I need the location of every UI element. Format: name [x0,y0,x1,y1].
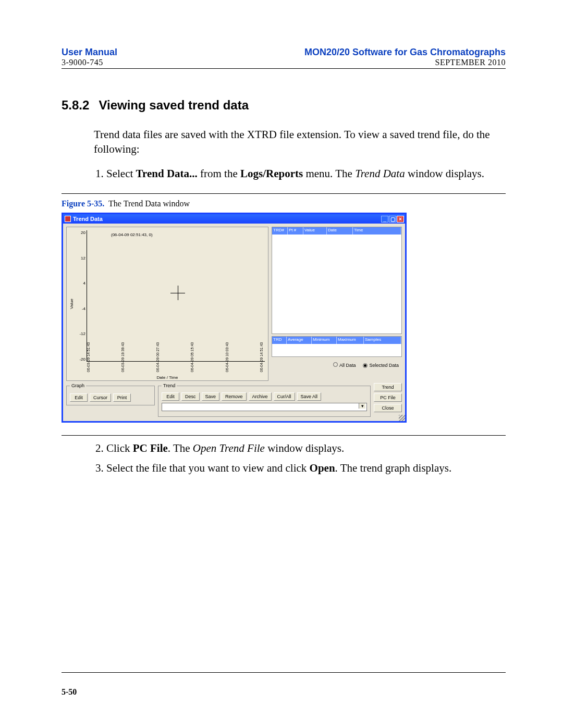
graph-group: Graph Edit Cursor Print [66,383,155,405]
radio-selected-data[interactable]: Selected Data [363,363,399,368]
header-right-title: MON20/20 Software for Gas Chromatographs [304,47,506,58]
cursor-crosshair-v [178,286,178,300]
trend-curall-button[interactable]: Cur/All [274,392,295,401]
section-number: 5.8.2 [62,98,89,113]
trend-plot[interactable]: Value 20 12 4 -4 -12 -20 (06-04-09 02:51… [66,227,268,381]
y-axis-ticks: 20 12 4 -4 -12 -20 [76,230,85,362]
table1-header: TRD# Pt # Value Date Time [272,227,401,235]
close-dialog-button[interactable]: Close [374,404,402,412]
maximize-button[interactable]: ▢ [389,216,396,223]
stats-table[interactable]: TRD Average Minimum Maximum Samples [272,336,402,357]
trend-remove-button[interactable]: Remove [222,392,247,401]
trend-saveall-button[interactable]: Save All [297,392,322,401]
resize-grip-icon[interactable] [399,415,405,421]
step-3: Select the file that you want to view an… [106,461,506,475]
step-1: Select Trend Data... from the Logs/Repor… [106,166,506,181]
figure-caption: Figure 5-35. The Trend Data window [62,199,506,208]
trend-group: Trend Edit Desc Save Remove Archive Cur/… [158,383,371,417]
trend-archive-button[interactable]: Archive [249,392,272,401]
trend-save-button[interactable]: Save [202,392,220,401]
trend-select-combo[interactable] [162,403,367,411]
y-axis-label: Value [69,299,74,309]
header-right-sub: SEPTEMBER 2010 [304,58,506,67]
x-axis-label: Date / Time [157,375,178,380]
graph-edit-button[interactable]: Edit [70,393,88,402]
plot-area[interactable]: (06-04-09 02:51:43, 0) [87,230,265,362]
trend-edit-button[interactable]: Edit [162,392,179,401]
trend-button[interactable]: Trend [374,383,402,391]
graph-cursor-button[interactable]: Cursor [90,393,111,402]
graph-legend: Graph [70,383,86,388]
graph-print-button[interactable]: Print [113,393,131,402]
rule-below-figure [62,435,506,436]
page-number: 5-50 [62,687,77,696]
trend-desc-button[interactable]: Desc [181,392,200,401]
window-titlebar[interactable]: Trend Data _ ▢ × [63,214,405,224]
radio-all-data[interactable]: All Data [333,362,356,368]
rule-above-figure [62,193,506,194]
header-left-title: User Manual [62,47,117,58]
pc-file-button[interactable]: PC File [374,393,402,402]
intro-paragraph: Trend data files are saved with the XTRD… [94,127,506,157]
x-axis-ticks: 06-03-09 14:51:43 06-03-09 19:39:43 06-0… [87,362,265,374]
section-heading: 5.8.2 Viewing saved trend data [62,98,506,113]
data-scope-radios: All Data Selected Data [272,359,402,368]
data-points-table[interactable]: TRD# Pt # Value Date Time [272,227,402,334]
trend-legend: Trend [162,383,177,388]
minimize-button[interactable]: _ [381,216,388,223]
app-icon [65,216,71,222]
close-button[interactable]: × [397,216,404,223]
table2-header: TRD Average Minimum Maximum Samples [272,337,401,344]
page-footer: 5-50 [62,672,506,697]
cursor-tooltip: (06-04-09 02:51:43, 0) [111,232,153,237]
header-left-sub: 3-9000-745 [62,58,117,67]
window-title: Trend Data [73,216,381,222]
section-title: Viewing saved trend data [99,98,249,113]
step-2: Click PC File. The Open Trend File windo… [106,441,506,455]
trend-data-window: Trend Data _ ▢ × Value 20 12 4 [62,213,407,423]
page-header: User Manual 3-9000-745 MON20/20 Software… [62,47,506,69]
